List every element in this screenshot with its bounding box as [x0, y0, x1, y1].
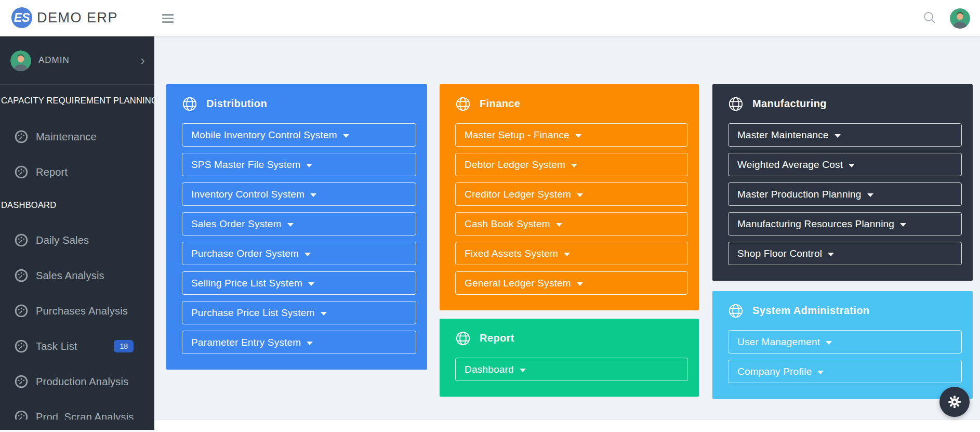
caret-down-icon — [310, 193, 316, 197]
caret-down-icon — [571, 164, 577, 167]
dropdown-button-fixed-assets-system[interactable]: Fixed Assets System — [455, 242, 688, 265]
dropdown-button-master-setup-finance[interactable]: Master Setup - Finance — [455, 123, 688, 147]
content-column-3: Manufacturing Master Maintenance Weighte… — [712, 84, 973, 399]
button-label: Mobile Inventory Control System — [191, 129, 337, 141]
dropdown-button-purchase-price-list-system[interactable]: Purchase Price List System — [182, 301, 416, 324]
sidebar-item-maintenance[interactable]: Maintenance — [0, 119, 154, 154]
sidebar-item-label: Purchases Analysis — [36, 305, 128, 317]
dropdown-button-creditor-ledger-system[interactable]: Creditor Ledger System — [455, 182, 688, 206]
sidebar-section-header-dashboard: DASHBOARD — [0, 190, 154, 220]
sidebar-item-label: Report — [36, 166, 68, 178]
sidebar-item-task-list[interactable]: Task List 18 — [0, 329, 154, 364]
globe-icon — [182, 96, 197, 112]
dropdown-button-master-maintenance[interactable]: Master Maintenance — [728, 123, 962, 147]
caret-down-icon — [308, 282, 314, 286]
sidebar-item-daily-sales[interactable]: Daily Sales — [0, 222, 154, 258]
search-icon[interactable] — [923, 11, 936, 24]
caret-down-icon — [835, 134, 841, 138]
button-label: Inventory Control System — [191, 189, 304, 200]
button-label: Manufacturing Resources Planning — [737, 218, 894, 230]
caret-down-icon — [849, 164, 855, 167]
button-label: Weighted Average Cost — [737, 159, 843, 171]
dropdown-button-parameter-entry-system[interactable]: Parameter Entry System — [182, 331, 416, 354]
caret-down-icon — [867, 193, 873, 197]
dropdown-button-company-profile[interactable]: Company Profile — [728, 360, 962, 383]
panel-title: Finance — [480, 98, 520, 110]
panel-distribution: Distribution Mobile Inventory Control Sy… — [166, 84, 427, 370]
content-column-1: Distribution Mobile Inventory Control Sy… — [166, 84, 427, 370]
button-label: Purchase Price List System — [191, 307, 315, 319]
dropdown-button-user-management[interactable]: User Management — [728, 330, 962, 354]
main-content: Distribution Mobile Inventory Control Sy… — [154, 36, 980, 420]
button-label: Fixed Assets System — [465, 248, 558, 259]
globe-icon — [728, 303, 744, 319]
dropdown-button-master-production-planning[interactable]: Master Production Planning — [728, 182, 962, 206]
panel-system-administration-header: System Administration — [728, 302, 962, 319]
caret-down-icon — [817, 371, 824, 374]
footer — [154, 420, 980, 432]
panel-report: Report Dashboard — [440, 319, 699, 397]
button-label: Cash Book System — [465, 218, 550, 230]
sidebar-item-label: Daily Sales — [36, 234, 89, 246]
dropdown-button-inventory-control-system[interactable]: Inventory Control System — [182, 182, 416, 206]
speedometer-icon — [15, 269, 28, 282]
button-label: Shop Floor Control — [737, 248, 822, 259]
caret-down-icon — [306, 164, 312, 167]
dropdown-button-selling-price-list-system[interactable]: Selling Price List System — [182, 271, 416, 295]
caret-down-icon — [321, 312, 327, 316]
caret-down-icon — [828, 253, 834, 256]
dropdown-button-weighted-average-cost[interactable]: Weighted Average Cost — [728, 153, 962, 176]
button-label: SPS Master File System — [191, 159, 300, 171]
dropdown-button-shop-floor-control[interactable]: Shop Floor Control — [728, 242, 962, 265]
globe-icon — [728, 96, 744, 112]
globe-icon — [455, 96, 471, 112]
speedometer-icon — [15, 130, 28, 143]
logo-text: ES — [14, 11, 30, 24]
sidebar-item-production-analysis[interactable]: Production Analysis — [0, 364, 154, 399]
app-window: ES DEMO ERP — [0, 0, 980, 432]
sidebar-menu-dashboard: Daily Sales Sales Analysis — [0, 222, 154, 420]
brand[interactable]: ES DEMO ERP — [11, 7, 118, 28]
sidebar-item-purchases-analysis[interactable]: Purchases Analysis — [0, 293, 154, 329]
settings-fab-button[interactable] — [939, 387, 970, 417]
avatar-image-icon — [10, 50, 31, 71]
caret-down-icon — [343, 134, 349, 138]
dropdown-button-manufacturing-resources-planning[interactable]: Manufacturing Resources Planning — [728, 212, 962, 235]
caret-down-icon — [564, 253, 570, 256]
button-label: Parameter Entry System — [191, 337, 301, 348]
button-label: General Ledger System — [465, 278, 571, 289]
sidebar-user-panel[interactable]: ADMIN › — [0, 50, 154, 71]
dropdown-button-sps-master-file-system[interactable]: SPS Master File System — [182, 153, 416, 176]
button-label: Debtor Ledger System — [465, 159, 565, 171]
content-column-2: Finance Master Setup - Finance Debtor Le… — [440, 84, 699, 397]
dropdown-button-dashboard[interactable]: Dashboard — [455, 358, 688, 381]
globe-icon — [455, 331, 471, 346]
dropdown-button-sales-order-system[interactable]: Sales Order System — [182, 212, 416, 235]
caret-down-icon — [520, 369, 526, 372]
user-avatar[interactable] — [950, 8, 970, 29]
dropdown-button-debtor-ledger-system[interactable]: Debtor Ledger System — [455, 153, 688, 176]
speedometer-icon — [15, 233, 28, 247]
sidebar-user-name: ADMIN — [38, 55, 70, 66]
sidebar-item-sales-analysis[interactable]: Sales Analysis — [0, 258, 154, 293]
dropdown-button-cash-book-system[interactable]: Cash Book System — [455, 212, 688, 235]
dropdown-button-purchase-order-system[interactable]: Purchase Order System — [182, 242, 416, 265]
dropdown-button-mobile-inventory-control-system[interactable]: Mobile Inventory Control System — [182, 123, 416, 147]
sidebar-item-label: Maintenance — [36, 131, 97, 143]
sidebar-item-label: Prod. Scrap Analysis — [36, 411, 134, 420]
caret-down-icon — [900, 223, 906, 227]
button-label: Company Profile — [737, 366, 812, 377]
button-label: Master Production Planning — [737, 189, 862, 200]
button-label: Sales Order System — [191, 218, 282, 230]
sidebar-item-label: Sales Analysis — [36, 270, 104, 282]
panel-title: Distribution — [206, 98, 267, 110]
panel-finance-header: Finance — [455, 95, 688, 112]
caret-down-icon — [287, 223, 294, 227]
dropdown-button-general-ledger-system[interactable]: General Ledger System — [455, 271, 688, 295]
button-label: Purchase Order System — [191, 248, 299, 259]
speedometer-icon — [15, 339, 28, 353]
sidebar-item-report[interactable]: Report — [0, 154, 154, 190]
hamburger-menu-icon[interactable] — [162, 14, 174, 23]
button-label: Master Maintenance — [737, 129, 829, 141]
sidebar-item-prod-scrap-analysis[interactable]: Prod. Scrap Analysis — [0, 399, 154, 420]
